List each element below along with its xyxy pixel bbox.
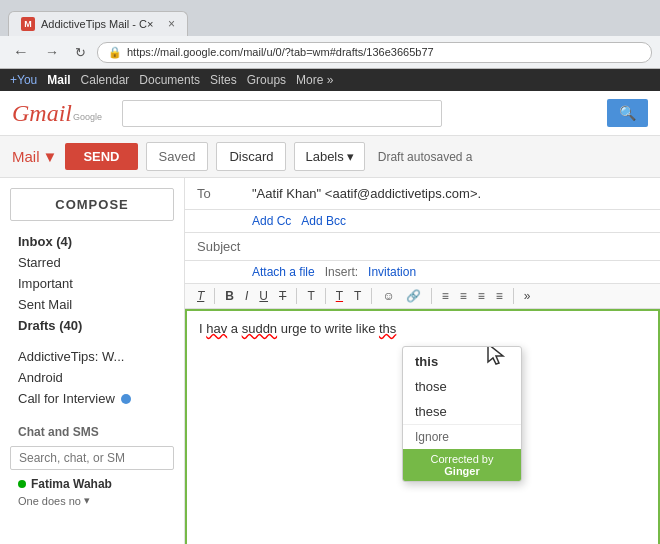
toolbar-separator-6 [513, 288, 514, 304]
format-indent-left-button[interactable]: ≡ [474, 287, 489, 305]
insert-label: Insert: [325, 265, 358, 279]
tab-favicon: M [21, 17, 35, 31]
contact-dropdown-icon[interactable]: ▾ [84, 494, 90, 507]
cursor-arrow-icon [486, 346, 506, 366]
correction-option-3[interactable]: these [403, 399, 521, 424]
sidebar-item-important[interactable]: Important [10, 273, 174, 294]
to-field-row: To "Aatif Khan" <aatif@addictivetips.com… [185, 178, 660, 210]
search-bar-container [122, 100, 583, 127]
sidebar-item-inbox[interactable]: Inbox (4) [10, 231, 174, 252]
address-bar: ← → ↻ 🔒 https://mail.google.com/mail/u/0… [0, 36, 660, 69]
toolbar-separator-3 [325, 288, 326, 304]
discard-button[interactable]: Discard [216, 142, 286, 171]
labels-button[interactable]: Labels ▾ [294, 142, 364, 171]
online-status-icon [18, 480, 26, 488]
format-size-button[interactable]: T [303, 287, 318, 305]
search-input[interactable] [122, 100, 442, 127]
sidebar-item-starred[interactable]: Starred [10, 252, 174, 273]
add-bcc-link[interactable]: Add Bcc [301, 214, 346, 228]
format-highlight-button[interactable]: T [350, 287, 365, 305]
email-body[interactable]: I hav a suddn urge to write like ths thi… [185, 309, 660, 544]
correction-footer: Corrected by Ginger [403, 449, 521, 481]
attach-row: Attach a file Insert: Invitation [185, 261, 660, 284]
contact-item-fatima[interactable]: Fatima Wahab [10, 474, 174, 494]
search-button[interactable]: 🔍 [607, 99, 648, 127]
reload-button[interactable]: ↻ [70, 43, 91, 62]
correction-ignore[interactable]: Ignore [403, 424, 521, 449]
forward-button[interactable]: → [40, 42, 64, 62]
sidebar-item-call-for-interview[interactable]: Call for Interview [10, 388, 174, 409]
sidebar-item-drafts[interactable]: Drafts (40) [10, 315, 174, 336]
gmail-header: Gmail Google 🔍 [0, 91, 660, 136]
nav-groups[interactable]: Groups [247, 73, 286, 87]
chat-section-title: Chat and SMS [10, 419, 174, 442]
nav-calendar[interactable]: Calendar [81, 73, 130, 87]
nav-plus-you[interactable]: +You [10, 73, 37, 87]
nav-documents[interactable]: Documents [139, 73, 200, 87]
call-for-interview-text: Call for Interview [18, 391, 115, 406]
format-font-color-button[interactable]: T [332, 287, 347, 305]
body-text: I hav a suddn urge to write like ths [199, 321, 396, 336]
back-button[interactable]: ← [8, 41, 34, 63]
ssl-icon: 🔒 [108, 46, 122, 59]
chat-search-input[interactable] [10, 446, 174, 470]
format-indent-right-button[interactable]: ≡ [492, 287, 507, 305]
format-font-button[interactable]: T [193, 287, 208, 305]
subject-input[interactable] [252, 237, 648, 256]
mail-label-text: Mail [12, 148, 40, 165]
correction-brand: Ginger [444, 465, 479, 477]
toolbar-separator-1 [214, 288, 215, 304]
send-button[interactable]: SEND [65, 143, 137, 170]
url-bar[interactable]: 🔒 https://mail.google.com/mail/u/0/?tab=… [97, 42, 652, 63]
gmail-logo: Gmail Google [12, 100, 102, 127]
sidebar-item-addictive-tips[interactable]: AddictiveTips: W... [10, 346, 174, 367]
nav-mail[interactable]: Mail [47, 73, 70, 87]
add-cc-link[interactable]: Add Cc [252, 214, 291, 228]
mail-dropdown-arrow-icon: ▼ [43, 148, 58, 165]
correction-option-2[interactable]: those [403, 374, 521, 399]
search-icon: 🔍 [619, 105, 636, 121]
browser-chrome: M AddictiveTips Mail - C× × ← → ↻ 🔒 http… [0, 0, 660, 69]
to-label: To [197, 186, 252, 201]
subject-label: Subject [197, 239, 252, 254]
url-text: https://mail.google.com/mail/u/0/?tab=wm… [127, 46, 641, 58]
tab-title: AddictiveTips Mail - C× [41, 18, 162, 30]
blue-dot-icon [121, 394, 131, 404]
format-strikethrough-button[interactable]: T [275, 287, 290, 305]
google-nav-bar: +You Mail Calendar Documents Sites Group… [0, 69, 660, 91]
attach-file-link[interactable]: Attach a file [252, 265, 315, 279]
mail-label[interactable]: Mail ▼ [12, 148, 57, 165]
to-value: "Aatif Khan" <aatif@addictivetips.com>. [252, 186, 648, 201]
insert-value-link[interactable]: Invitation [368, 265, 416, 279]
nav-sites[interactable]: Sites [210, 73, 237, 87]
format-emoji-button[interactable]: ☺ [378, 287, 398, 305]
misspelled-hav: hav [206, 321, 227, 336]
format-more-button[interactable]: » [520, 287, 535, 305]
sidebar: COMPOSE Inbox (4) Starred Important Sent… [0, 178, 185, 544]
toolbar-separator-5 [431, 288, 432, 304]
contact-preview: One does no ▾ [10, 494, 174, 507]
sidebar-item-android[interactable]: Android [10, 367, 174, 388]
format-link-button[interactable]: 🔗 [402, 287, 425, 305]
format-ordered-list-button[interactable]: ≡ [438, 287, 453, 305]
misspelled-ths: ths [379, 321, 396, 336]
format-italic-button[interactable]: I [241, 287, 252, 305]
format-unordered-list-button[interactable]: ≡ [456, 287, 471, 305]
gmail-logo-text: Gmail [12, 100, 72, 127]
contact-name: Fatima Wahab [31, 477, 112, 491]
compose-button[interactable]: COMPOSE [10, 188, 174, 221]
toolbar-separator-2 [296, 288, 297, 304]
subject-row: Subject [185, 233, 660, 261]
browser-tab[interactable]: M AddictiveTips Mail - C× × [8, 11, 188, 36]
sidebar-item-sent-mail[interactable]: Sent Mail [10, 294, 174, 315]
tab-close-btn[interactable]: × [168, 17, 175, 31]
misspelled-suddn: suddn [242, 321, 277, 336]
nav-more[interactable]: More » [296, 73, 333, 87]
labels-dropdown-icon: ▾ [347, 149, 354, 164]
saved-button[interactable]: Saved [146, 142, 209, 171]
mail-toolbar: Mail ▼ SEND Saved Discard Labels ▾ Draft… [0, 136, 660, 178]
compose-area: To "Aatif Khan" <aatif@addictivetips.com… [185, 178, 660, 544]
format-underline-button[interactable]: U [255, 287, 272, 305]
svg-marker-0 [488, 346, 503, 364]
format-bold-button[interactable]: B [221, 287, 238, 305]
